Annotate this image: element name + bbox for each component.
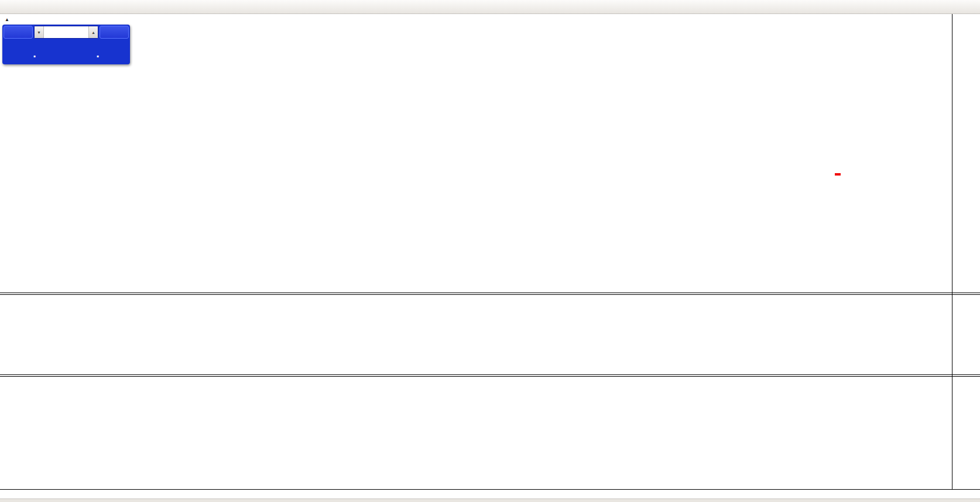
time-axis-line [0,489,980,490]
buy-button[interactable] [100,26,129,39]
price-axis[interactable] [952,14,980,489]
toolbar [0,0,980,14]
sell-button[interactable] [4,26,33,39]
volume-input[interactable] [44,26,88,38]
trading-platform-window: ▲ ▾ ▴ . . [0,0,980,502]
sell-price-button[interactable]: . [4,40,66,62]
time-axis[interactable] [0,489,980,501]
symbol-title: ▲ [5,17,13,22]
volume-decrease-button[interactable]: ▾ [35,26,44,38]
candlestick-chart-canvas[interactable] [0,14,952,489]
pane-separator[interactable] [0,374,980,375]
chart-area[interactable]: ▲ ▾ ▴ . . [0,14,980,502]
collapse-panel-icon[interactable]: ▲ [5,17,9,22]
pane-separator[interactable] [0,293,980,293]
volume-increase-button[interactable]: ▴ [88,26,98,38]
price-callout-box[interactable] [835,173,841,176]
sell-price-dot: . [33,47,36,60]
buy-price-dot: . [96,47,100,60]
pane-separator[interactable] [0,376,980,377]
one-click-trading-panel: ▾ ▴ . . [2,25,130,64]
buy-price-button[interactable]: . [67,40,129,62]
pane-separator[interactable] [0,294,980,295]
volume-control: ▾ ▴ [34,26,98,39]
